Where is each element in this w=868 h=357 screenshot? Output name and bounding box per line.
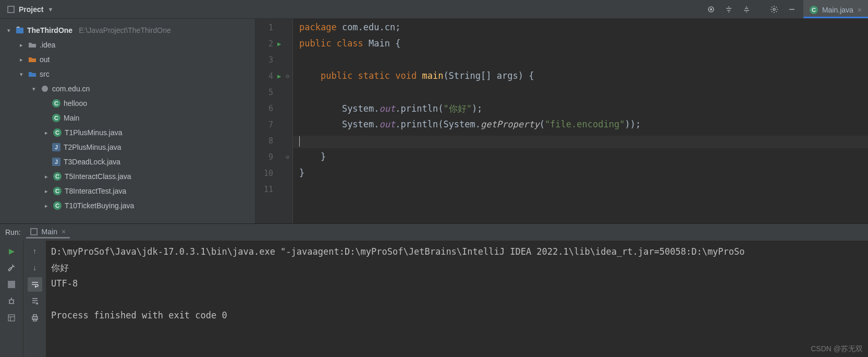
tree-item-t2[interactable]: J T2PlusMinus.java: [0, 140, 255, 154]
svg-rect-3: [16, 28, 23, 33]
run-tool-window: Run: Main × ▶ ↑ ↓ D:\myProSof\: [0, 223, 868, 357]
watermark: CSDN @苏无双: [811, 344, 863, 354]
chevron-right-icon[interactable]: ▸: [43, 129, 50, 136]
line-number: 9: [255, 152, 276, 162]
svg-rect-5: [8, 281, 15, 288]
print-button[interactable]: [28, 311, 42, 325]
tree-item-t10[interactable]: ▸ C T10TicketBuying.java: [0, 198, 255, 213]
chevron-right-icon[interactable]: ▸: [43, 173, 50, 180]
debug-button[interactable]: [4, 294, 19, 308]
chevron-right-icon[interactable]: ▸: [43, 203, 50, 209]
svg-rect-10: [33, 319, 36, 321]
line-number: 2: [255, 39, 276, 49]
settings-button[interactable]: [767, 2, 781, 17]
run-gutter-icon[interactable]: ▶: [277, 73, 284, 80]
chevron-right-icon[interactable]: ▸: [43, 188, 50, 195]
line-number: 6: [255, 104, 276, 113]
console-line: UTF-8: [51, 278, 78, 289]
java-file-icon: J: [52, 158, 60, 166]
line-number: 5: [255, 88, 276, 97]
close-icon[interactable]: ×: [62, 228, 66, 236]
class-icon: C: [53, 201, 62, 210]
tree-item-main[interactable]: C Main: [0, 111, 255, 125]
package-icon: [41, 85, 49, 93]
class-icon: C: [52, 114, 60, 122]
chevron-down-icon[interactable]: ▾: [30, 86, 38, 92]
wrench-button[interactable]: [4, 260, 19, 275]
chevron-down-icon[interactable]: ▾: [5, 27, 13, 34]
folder-icon: [28, 70, 36, 78]
module-icon: [16, 26, 24, 34]
editor-tab-main-java[interactable]: C Main.java ×: [803, 0, 868, 18]
chevron-down-icon: ▼: [47, 6, 53, 13]
layout-button[interactable]: [4, 311, 19, 325]
code-editor[interactable]: 1 2 ▶ 3 4 ▶ ⊖ 5 6 7 8 9 ⊖ 10 11 package …: [255, 19, 868, 223]
expand-all-button[interactable]: [722, 2, 736, 17]
editor-gutter: 1 2 ▶ 3 4 ▶ ⊖ 5 6 7 8 9 ⊖ 10 11: [255, 19, 293, 223]
rerun-button[interactable]: ▶: [4, 244, 19, 258]
tree-item-t5[interactable]: ▸ C T5InteractClass.java: [0, 169, 255, 184]
run-label: Run:: [5, 228, 21, 236]
tree-item-out[interactable]: ▸ out: [0, 52, 255, 67]
class-icon: C: [53, 187, 62, 195]
tree-item-label: hellooo: [64, 99, 87, 108]
tree-item-label: com.edu.cn: [52, 85, 90, 93]
soft-wrap-button[interactable]: [28, 277, 42, 292]
project-toolwindow-tab[interactable]: Project ▼: [0, 0, 58, 18]
java-file-icon: J: [52, 143, 60, 151]
fold-icon[interactable]: ⊖: [286, 153, 292, 161]
run-side-toolbar-left: ▶: [0, 241, 23, 357]
tree-item-label: T8InteractTest.java: [65, 187, 126, 195]
class-icon: C: [52, 99, 60, 108]
tree-item-t3[interactable]: J T3DeadLock.java: [0, 154, 255, 169]
line-number: 4: [255, 72, 276, 81]
tree-item-label: T3DeadLock.java: [64, 158, 120, 166]
svg-point-2: [773, 8, 775, 10]
tree-item-idea[interactable]: ▸ .idea: [0, 38, 255, 52]
svg-rect-7: [8, 315, 15, 321]
folder-icon: [28, 55, 36, 64]
svg-rect-9: [33, 315, 36, 317]
project-icon: [7, 6, 15, 13]
run-config-tab[interactable]: Main ×: [26, 227, 70, 239]
select-opened-file-button[interactable]: [704, 2, 718, 17]
editor-tabs: C Main.java ×: [803, 0, 868, 18]
tree-root-path: E:\JavaProject\TheThirdOne: [79, 26, 171, 34]
svg-point-1: [710, 8, 712, 10]
code-area[interactable]: package com.edu.cn; public class Main { …: [293, 19, 868, 223]
line-number: 11: [255, 185, 276, 194]
stop-button[interactable]: [4, 277, 19, 292]
run-header: Run: Main ×: [0, 224, 868, 241]
console-line: Process finished with exit code 0: [51, 310, 227, 320]
project-label: Project: [19, 5, 43, 14]
tree-item-src[interactable]: ▾ src: [0, 67, 255, 81]
project-toolbar-actions: [704, 0, 803, 18]
line-number: 1: [255, 23, 276, 32]
run-side-toolbar-right: ↑ ↓: [23, 241, 46, 357]
chevron-right-icon[interactable]: ▸: [18, 56, 25, 63]
console-output[interactable]: D:\myProSof\Java\jdk-17.0.3.1\bin\java.e…: [46, 241, 868, 357]
project-tree[interactable]: ▾ TheThirdOne E:\JavaProject\TheThirdOne…: [0, 19, 255, 223]
chevron-down-icon[interactable]: ▾: [18, 71, 25, 78]
tree-item-t8[interactable]: ▸ C T8InteractTest.java: [0, 184, 255, 198]
tree-item-package[interactable]: ▾ com.edu.cn: [0, 81, 255, 96]
hide-button[interactable]: [785, 2, 799, 17]
tree-root[interactable]: ▾ TheThirdOne E:\JavaProject\TheThirdOne: [0, 23, 255, 38]
tree-item-label: .idea: [40, 41, 55, 49]
scroll-to-end-button[interactable]: [28, 294, 42, 308]
application-icon: [30, 228, 38, 235]
tree-item-hellooo[interactable]: C hellooo: [0, 96, 255, 111]
class-icon: C: [810, 6, 818, 14]
up-button[interactable]: ↑: [28, 244, 42, 258]
tree-item-t1[interactable]: ▸ C T1PlusMinus.java: [0, 125, 255, 140]
tree-item-label: T2PlusMinus.java: [64, 143, 121, 151]
close-icon[interactable]: ×: [858, 6, 862, 14]
collapse-all-button[interactable]: [739, 2, 754, 17]
chevron-right-icon[interactable]: ▸: [18, 42, 25, 49]
tree-item-label: TheThirdOne: [27, 26, 72, 34]
down-button[interactable]: ↓: [28, 260, 42, 275]
tree-item-label: T5InteractClass.java: [65, 172, 131, 181]
folder-icon: [28, 41, 36, 49]
fold-icon[interactable]: ⊖: [286, 73, 292, 80]
run-gutter-icon[interactable]: ▶: [277, 40, 284, 47]
